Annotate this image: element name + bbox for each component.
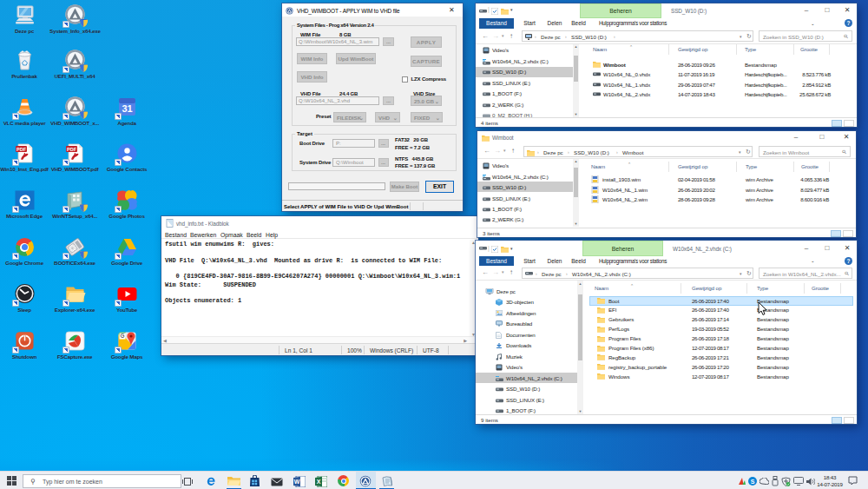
svg-text:W: W [294, 479, 300, 485]
svg-text:G: G [120, 333, 124, 339]
svg-text:PDF: PDF [67, 147, 77, 152]
svg-text:S: S [751, 479, 755, 485]
svg-text:PDF: PDF [16, 147, 27, 152]
svg-text:X: X [317, 479, 321, 485]
svg-text:31: 31 [122, 103, 132, 114]
